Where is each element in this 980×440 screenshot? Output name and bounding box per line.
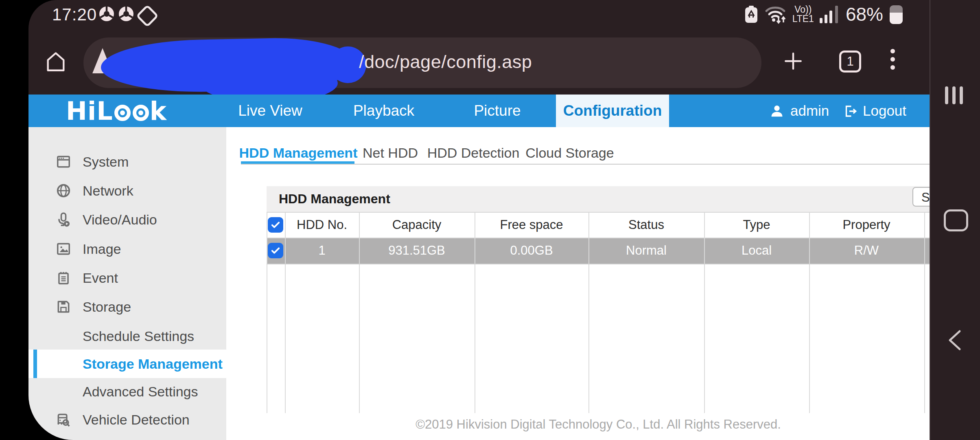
sidebar-item-advanced-settings[interactable]: Advanced Settings bbox=[28, 377, 226, 406]
sidebar-item-system[interactable]: System bbox=[28, 147, 226, 176]
image-icon bbox=[56, 241, 71, 258]
panel-header: HDD Management bbox=[267, 186, 930, 213]
set-button-clipped[interactable]: S bbox=[912, 187, 930, 207]
signal-strength-icon bbox=[820, 5, 840, 24]
col-header-type: Type bbox=[743, 212, 770, 238]
new-tab-icon[interactable] bbox=[782, 50, 805, 74]
system-window-icon bbox=[56, 154, 71, 171]
col-header-capacity: Capacity bbox=[392, 212, 442, 238]
status-indicators: Vo)) LTE1 68% bbox=[744, 0, 903, 29]
globe-icon bbox=[56, 183, 71, 200]
screen-rotation-icon bbox=[136, 4, 159, 28]
col-header-property: Property bbox=[842, 212, 890, 238]
tab-net-hdd[interactable]: Net HDD bbox=[363, 139, 418, 167]
select-all-checkbox[interactable] bbox=[268, 217, 283, 233]
table-gridline bbox=[924, 212, 925, 413]
hilook-logo: HiLk bbox=[66, 95, 167, 127]
sidebar-item-network[interactable]: Network bbox=[28, 176, 226, 205]
battery-percentage: 68% bbox=[846, 3, 883, 25]
recents-handle-icon[interactable] bbox=[945, 86, 963, 104]
active-indicator-bar bbox=[33, 350, 37, 378]
table-gridline bbox=[359, 212, 360, 413]
sidebar-item-storage[interactable]: Storage bbox=[28, 293, 226, 321]
phone-screen: 17:20 Vo)) LTE1 bbox=[28, 0, 980, 440]
table-gridline bbox=[809, 212, 810, 413]
tab-cloud-storage[interactable]: Cloud Storage bbox=[525, 139, 614, 167]
main-content: HDD Management Net HDD HDD Detection Clo… bbox=[226, 127, 930, 440]
lens-o-icon bbox=[133, 105, 149, 121]
col-header-status: Status bbox=[628, 212, 664, 238]
logout-icon bbox=[843, 104, 858, 120]
url-text: /doc/page/config.asp bbox=[359, 29, 532, 95]
table-gridline bbox=[588, 212, 589, 413]
table-gridline bbox=[267, 264, 930, 264]
android-home-icon[interactable] bbox=[944, 209, 968, 231]
battery-saver-icon bbox=[744, 5, 758, 24]
nav-playback[interactable]: Playback bbox=[353, 95, 414, 127]
volte-indicator: Vo)) LTE1 bbox=[792, 5, 814, 24]
col-header-hdd-no: HDD No. bbox=[297, 212, 347, 238]
event-note-icon bbox=[56, 270, 71, 287]
nav-picture[interactable]: Picture bbox=[474, 95, 521, 127]
clock: 17:20 bbox=[52, 5, 97, 24]
nav-live-view[interactable]: Live View bbox=[238, 95, 302, 127]
table-gridline bbox=[285, 212, 286, 413]
cell-hdd-no: 1 bbox=[318, 238, 325, 264]
sidebar: System Network Video/Audio Image Event bbox=[28, 127, 226, 440]
browser-menu-icon[interactable] bbox=[890, 49, 895, 74]
copyright-footer: ©2019 Hikvision Digital Technology Co., … bbox=[267, 417, 930, 432]
home-icon[interactable] bbox=[44, 50, 68, 75]
table-gridline bbox=[704, 212, 705, 413]
battery-icon bbox=[889, 4, 903, 25]
sidebar-item-schedule-settings[interactable]: Schedule Settings bbox=[28, 322, 226, 350]
cell-type: Local bbox=[742, 238, 772, 264]
android-back-icon[interactable] bbox=[945, 329, 965, 353]
nav-configuration-active[interactable]: Configuration bbox=[556, 95, 669, 127]
table-row[interactable] bbox=[267, 238, 930, 264]
col-header-free-space: Free space bbox=[500, 212, 563, 238]
storage-disk-icon bbox=[56, 299, 71, 316]
sidebar-item-video-audio[interactable]: Video/Audio bbox=[28, 205, 226, 234]
panel-title: HDD Management bbox=[279, 186, 390, 212]
vehicle-detection-icon bbox=[56, 412, 71, 429]
chrome-notification-icon bbox=[118, 6, 134, 24]
table-gridline bbox=[267, 238, 930, 238]
row-checkbox[interactable] bbox=[268, 243, 283, 258]
cell-capacity: 931.51GB bbox=[388, 238, 445, 264]
android-nav-bar bbox=[930, 0, 980, 440]
browser-toolbar: /doc/page/config.asp 1 bbox=[28, 29, 930, 95]
microphone-icon bbox=[56, 212, 71, 229]
logout-button[interactable]: Logout bbox=[863, 95, 906, 127]
cell-free-space: 0.00GB bbox=[510, 238, 553, 264]
cell-property: R/W bbox=[854, 238, 879, 264]
username-label[interactable]: admin bbox=[790, 95, 829, 127]
sidebar-item-image[interactable]: Image bbox=[28, 235, 226, 263]
tab-hdd-detection[interactable]: HDD Detection bbox=[427, 139, 520, 167]
sidebar-item-storage-management[interactable]: Storage Management bbox=[28, 350, 226, 378]
lens-o-icon bbox=[114, 105, 131, 121]
cell-status: Normal bbox=[626, 238, 667, 264]
wifi-icon bbox=[764, 4, 787, 24]
sidebar-item-vehicle-detection[interactable]: Vehicle Detection bbox=[28, 405, 226, 434]
chrome-notification-icon bbox=[98, 6, 115, 24]
app-header: HiLk Live View Playback Picture Configur… bbox=[28, 95, 930, 127]
table-gridline bbox=[475, 212, 475, 413]
status-bar: 17:20 Vo)) LTE1 bbox=[28, 0, 930, 29]
tab-count: 1 bbox=[847, 54, 853, 69]
tab-switcher-button[interactable]: 1 bbox=[839, 51, 861, 73]
sidebar-item-event[interactable]: Event bbox=[28, 264, 226, 292]
table-gridline bbox=[267, 212, 267, 413]
tabs-divider bbox=[241, 164, 930, 165]
user-icon bbox=[769, 103, 785, 120]
